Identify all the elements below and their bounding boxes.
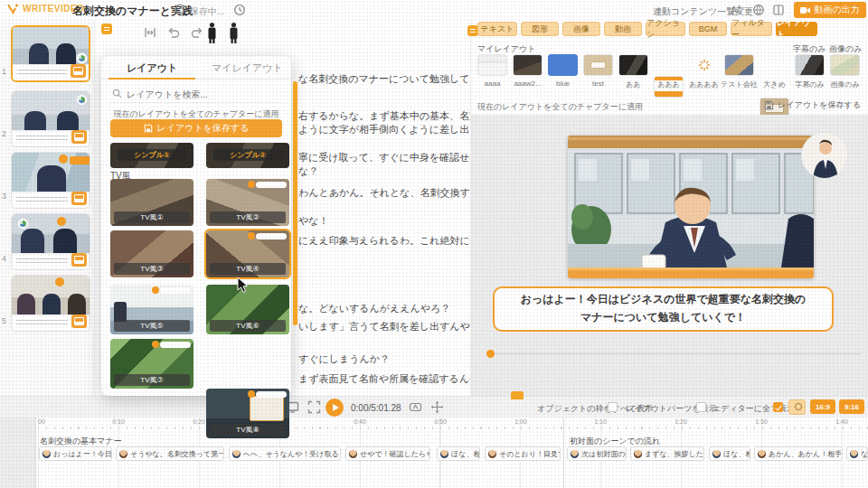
script-line[interactable]: にええ印象与えられるわ。これ絶対に覚え [298,234,470,248]
subtitle-segment[interactable]: へへ、そうなんや！受け取るときも両... [229,446,341,461]
subtitle-segment[interactable]: そうやな。名刺交換って第一印象めっ... [116,446,224,461]
character-a-icon[interactable] [206,22,218,43]
history-icon[interactable] [233,4,246,16]
redo-icon[interactable] [190,25,204,40]
subtitle-box[interactable]: おっはよー！今日はビジネスの世界で超重要な名刺交換のマナーについて勉強していくで… [493,286,834,332]
seek-handle[interactable] [486,350,495,358]
subtitle-segment[interactable]: そのとおり！目見て笑... [485,446,561,461]
script-line[interactable]: な。どないするんがええんやろ？ [298,302,470,315]
subtitle-segment[interactable]: 次は初対面の時の... [567,446,627,461]
tab-layout[interactable]: レイアウト [776,22,817,36]
chapter-sidebar: 1 2 3 4 5 [0,20,95,396]
panel-drag-handle[interactable] [101,23,112,34]
script-line[interactable]: ように文字が相手側向くように差し出すん [298,123,470,136]
chapter-layout-button[interactable] [71,192,87,205]
layout-search-input[interactable] [110,86,282,103]
apply-layout-all-chapters[interactable]: 現在のレイアウトを全てのチャプターに適用 [477,101,643,113]
video-preview-frame[interactable] [568,136,814,278]
layout-item-loading[interactable] [689,54,719,76]
layout-item[interactable] [795,54,825,76]
subtitle-segment[interactable]: まずな、挨拶した後... [630,446,704,461]
subtitle-segment[interactable]: なる... [846,446,868,461]
tab-text[interactable]: テキスト [477,22,517,36]
script-line[interactable]: な名刺交換のマナーについて勉強していく [298,72,470,86]
translate-icon[interactable]: A [729,4,741,16]
tab-shape[interactable]: 図形 [521,22,559,36]
show-object-frames-checkbox[interactable] [608,402,618,412]
layout-item[interactable] [724,54,754,76]
tab-bgm[interactable]: BGM [689,22,727,36]
export-video-button[interactable]: 動画の出力 [794,2,866,18]
layout-option-tv-1[interactable]: TV風① [110,179,193,226]
chapter-card-5[interactable] [11,275,90,332]
save-layout-button[interactable]: レイアウトを保存する [764,99,861,111]
ratio-16-9-button[interactable]: 16:9 [810,399,835,414]
seek-track[interactable] [494,353,861,354]
character-b-icon[interactable] [228,22,240,43]
popup-save-layout-button[interactable]: レイアウトを保存する [110,119,282,137]
script-line[interactable]: まず表面見て名前や所属を確認するんや。 [298,372,470,386]
script-line[interactable]: 右するからな。まず基本中の基本、名刺は [298,109,470,123]
layout-option-tv-4-selected[interactable]: TV風④ [206,230,289,277]
speaker-avatar [634,450,642,458]
split-icon[interactable] [143,25,157,40]
timeline-drag-handle[interactable] [511,391,524,399]
sync-icon[interactable] [174,4,186,16]
layout-item[interactable] [618,54,648,76]
layout-item[interactable] [583,54,613,76]
layout-option-tv-5[interactable]: TV風⑤ [110,285,193,334]
script-line[interactable]: わんとあかん。それとな、名刺交換すると [298,186,470,200]
show-all-editor-checkbox[interactable] [773,402,783,412]
guide-book-icon[interactable] [772,4,785,16]
chapter-layout-button[interactable] [71,64,86,78]
popup-tab-layout[interactable]: レイアウト [127,61,177,75]
play-button[interactable] [326,399,344,417]
tick-label: 0:50 [434,418,447,425]
subtitle-segment[interactable]: ほな、相手... [709,446,750,461]
chapter-status-icon[interactable] [76,94,88,106]
tab-action[interactable]: アクション [646,22,685,36]
layout-option-tv-7[interactable]: TV風⑦ [110,339,193,389]
show-layout-parts-checkbox[interactable] [696,402,706,412]
subtitle-segment[interactable]: おっはよー！今日はビ... [39,446,112,461]
script-line[interactable]: やな！ [298,214,470,228]
chapter-card-3[interactable] [11,152,90,209]
preview-seekbar[interactable] [486,352,861,353]
chapter-layout-button[interactable] [71,130,87,144]
layout-item[interactable] [830,54,860,76]
fullscreen-icon[interactable] [307,400,321,414]
layout-option-tv-3[interactable]: TV風③ [110,230,193,277]
layout-item[interactable] [548,54,578,76]
move-tool-icon[interactable] [430,400,444,414]
layout-option-tv-2[interactable]: TV風② [206,179,289,226]
subtitle-segment[interactable]: せやで！確認したらちゃ... [345,446,430,461]
chapter-status-icon[interactable] [76,52,88,64]
playback-speed-icon[interactable] [409,400,422,414]
chapter-layout-button[interactable] [71,314,87,328]
script-line[interactable]: な？ [298,164,470,178]
ratio-9-16-button[interactable]: 9:16 [839,399,864,414]
layout-search-box[interactable] [110,85,282,103]
tab-filter[interactable]: フィルター [731,22,772,36]
tab-image[interactable]: 画像 [562,22,600,36]
layout-item[interactable] [513,54,542,76]
subtitle-segment[interactable]: ほな、相... [437,446,480,461]
popup-scrollbar[interactable] [293,81,297,325]
layout-option-simple-1[interactable]: シンプル① [110,143,193,168]
script-line[interactable]: 寧に受け取って、すぐに中身を確認せなあ [298,151,470,164]
timeline[interactable]: 00 0:10 0:20 0:30 0:40 0:50 1:00 1:10 1:… [0,418,868,488]
popup-tab-mylayout[interactable]: マイレイアウト [212,61,283,75]
undo-icon[interactable] [166,25,181,40]
tab-video[interactable]: 動画 [604,22,642,36]
script-line[interactable]: いします」言うて名刺を差し出すんや。丁 [298,320,470,333]
presenter-avatar[interactable] [801,132,848,179]
subtitle-segment[interactable]: あかん、あかん！相手の名... [754,446,843,461]
chapter-card-4[interactable] [11,213,90,270]
chapter-layout-button[interactable] [71,253,87,267]
globe-icon[interactable] [752,4,765,16]
layout-option-simple-2[interactable]: シンプル② [206,143,289,168]
presenter-toggle-button[interactable] [788,399,806,415]
script-line[interactable]: すぐにしまうんか？ [298,352,470,366]
layout-option-tv-8[interactable]: TV風⑧ [206,389,289,438]
layout-item[interactable] [477,54,507,76]
